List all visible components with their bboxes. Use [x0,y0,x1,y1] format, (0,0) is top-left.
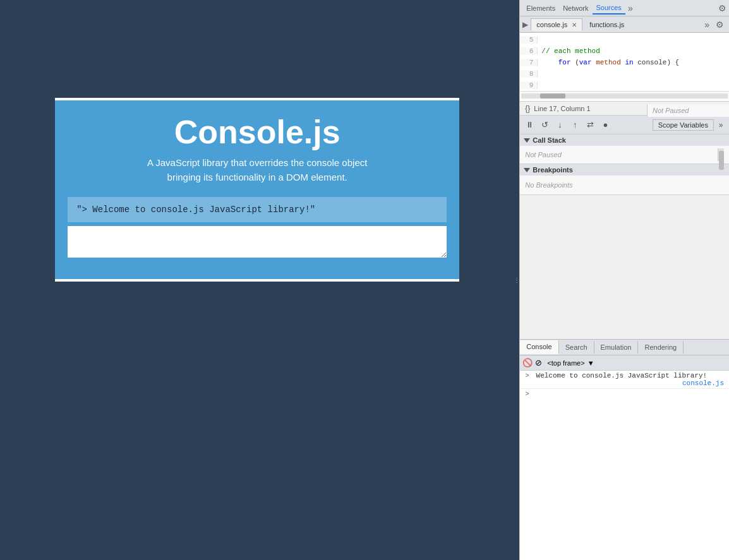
console-log-entry: > Welcome to console.js JavaScript libra… [520,371,729,389]
not-paused-text: Not Paused [525,151,561,158]
clear-console-icon[interactable]: 🚫 [522,358,533,367]
filter-console-icon[interactable]: ⊘ [535,358,542,367]
no-breakpoints-text: No Breakpoints [525,181,572,189]
resume-button[interactable]: ↺ [538,118,551,132]
file-tab-functions-js-label: functions.js [589,21,624,28]
curly-braces-icon: {} [525,104,530,113]
main-page-area: Console.js A JavaScript library that ove… [0,0,514,560]
prompt-arrow-icon: > [525,390,529,398]
subtitle-line2: bringing its functionality in a DOM elem… [167,172,347,182]
console-title: Console.js [68,113,447,151]
call-stack-scrollbar-thumb [719,151,724,170]
breakpoints-header[interactable]: Breakpoints [520,164,729,176]
step-into-button[interactable]: ↑ [568,118,582,132]
line-num-9: 9 [520,81,538,89]
line-content-6: // each method [538,47,599,55]
frame-selector-label: <top frame> [547,359,584,367]
status-bar-text: Line 17, Column 1 [534,105,590,112]
code-line-6: 6 // each method [520,45,729,57]
console-tab-rendering[interactable]: Rendering [638,341,684,354]
file-tabs-bar: ▶ console.js ✕ functions.js » ⚙ [520,16,729,33]
code-line-9: 9 [520,80,729,91]
console-tab-search[interactable]: Search [559,341,594,354]
breakpoints-content: No Breakpoints [520,176,729,194]
log-arrow-icon: > [525,372,529,379]
call-stack-content: Not Paused [520,146,729,164]
console-toolbar: 🚫 ⊘ <top frame> ▼ [520,355,729,371]
breakpoints-section: Breakpoints No Breakpoints [520,164,729,195]
call-stack-label: Call Stack [533,136,566,144]
log-text: Welcome to console.js JavaScript library… [536,372,708,379]
file-tab-console-js[interactable]: console.js ✕ [531,18,582,31]
code-editor-area: 5 6 // each method 7 for (var method in … [520,33,729,102]
nav-more-button[interactable]: » [625,3,636,13]
file-tab-console-js-label: console.js [536,21,567,28]
code-line-7: 7 for (var method in console) { [520,57,729,68]
console-widget: Console.js A JavaScript library that ove… [55,98,459,282]
devtools-settings-icon[interactable]: ⚙ [718,3,726,13]
devtools-nav-bar: Elements Network Sources » ⚙ [520,0,729,16]
call-stack-section: Call Stack Not Paused [520,134,729,164]
line-content-7: for (var method in console) { [538,59,679,66]
code-scrollbar-thumb [540,93,565,98]
nav-tab-elements[interactable]: Elements [522,3,559,14]
subtitle-line1: A JavaScript library that overrides the … [147,157,368,168]
console-input-field[interactable] [68,226,447,258]
file-tab-functions-js[interactable]: functions.js [584,18,630,31]
console-prompt-line: > [520,389,729,399]
line-num-7: 7 [520,59,538,66]
code-line-5: 5 [520,34,729,45]
file-tab-close-icon[interactable]: ✕ [572,21,577,28]
tab-settings-icon[interactable]: ⚙ [713,20,726,30]
call-stack-header[interactable]: Call Stack [520,134,729,146]
console-output-area: 🚫 ⊘ <top frame> ▼ > Welcome to console.j… [520,355,729,560]
frame-selector-arrow[interactable]: ▼ [587,359,594,367]
call-stack-scrollbar[interactable] [718,148,724,161]
console-tabs-bar: Console Search Emulation Rendering [520,339,729,355]
scope-variables-button[interactable]: Scope Variables [653,119,714,131]
console-prompt-input[interactable] [532,390,724,398]
step-out-button[interactable]: ⇄ [583,118,597,132]
code-scrollbar-track [521,93,728,98]
call-stack-collapse-icon [524,138,530,143]
log-source-link[interactable]: console.js [682,379,724,387]
console-tab-emulation[interactable]: Emulation [594,341,639,354]
breakpoints-label: Breakpoints [533,166,573,174]
console-tab-console[interactable]: Console [520,340,558,354]
pause-button[interactable]: ⏸ [522,118,536,132]
code-horizontal-scrollbar[interactable] [520,91,729,100]
line-num-6: 6 [520,47,538,55]
step-over-button[interactable]: ↓ [553,118,567,132]
file-tab-icon: ▶ [522,20,528,29]
console-output-display: "> Welcome to console.js JavaScript libr… [68,197,447,222]
devtools-panel: Elements Network Sources » ⚙ ▶ console.j… [519,0,729,560]
line-num-8: 8 [520,70,538,78]
debugger-controls-bar: ⏸ ↺ ↓ ↑ ⇄ ● Scope Variables » [520,116,729,134]
panel-expand-button[interactable]: » [715,118,726,132]
panel-resize-handle[interactable]: ⋮ [514,0,519,560]
breakpoints-collapse-icon [524,168,530,172]
console-subtitle: A JavaScript library that overrides the … [68,156,447,184]
nav-tab-network[interactable]: Network [559,3,592,14]
code-line-8: 8 [520,68,729,80]
side-pane: Call Stack Not Paused Not Paused Breakpo… [520,134,729,339]
nav-tab-sources[interactable]: Sources [593,2,625,15]
tab-more-icon[interactable]: » [702,20,712,30]
deactivate-button[interactable]: ● [598,118,612,132]
line-num-5: 5 [520,36,538,44]
